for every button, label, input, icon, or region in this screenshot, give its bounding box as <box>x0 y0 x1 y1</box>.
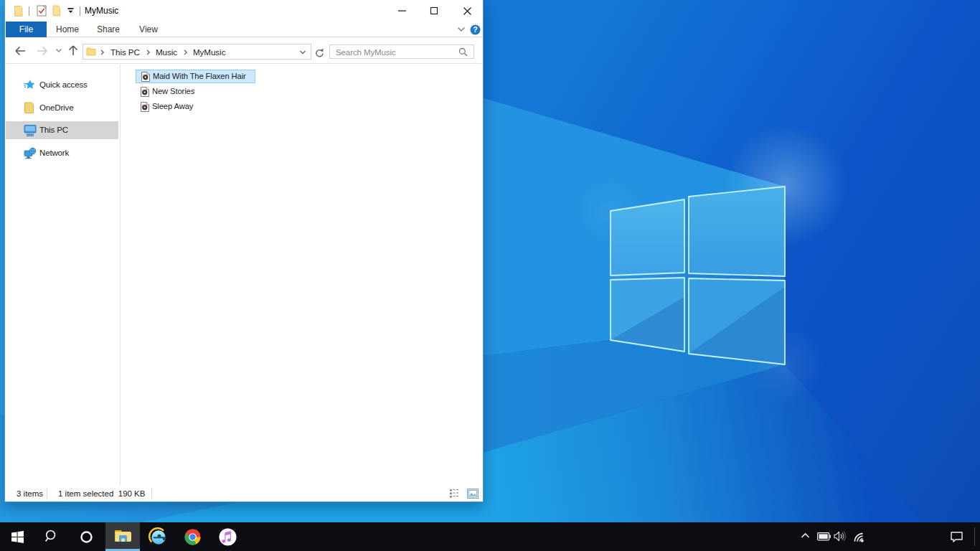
svg-text:?: ? <box>473 25 477 34</box>
